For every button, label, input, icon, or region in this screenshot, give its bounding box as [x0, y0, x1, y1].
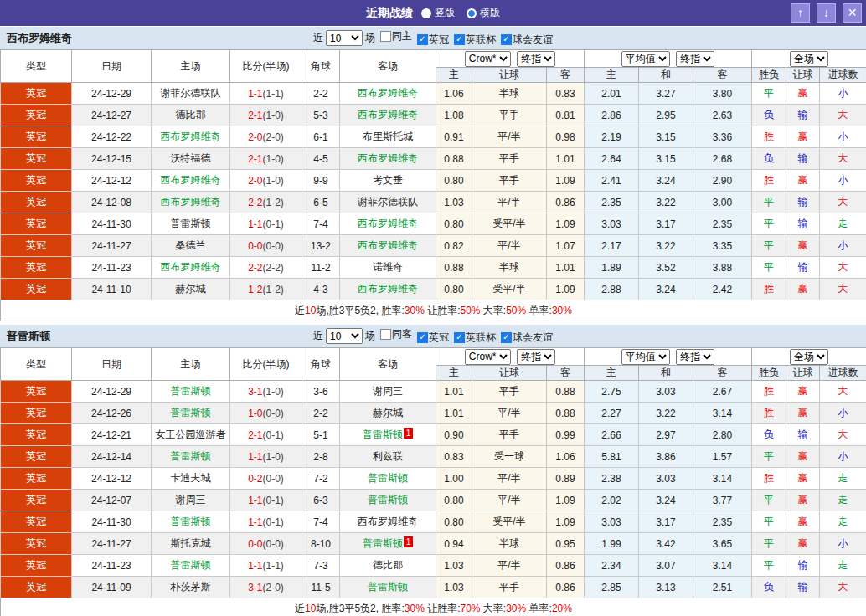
eu-home-odds: 2.64: [585, 148, 639, 170]
match-date: 24-12-29: [72, 381, 152, 403]
filter-checkbox[interactable]: 同主: [380, 29, 412, 44]
corners: 6-3: [302, 490, 340, 511]
col-eu-draw: 和: [639, 68, 693, 83]
avg-odds-select[interactable]: 平均值: [621, 349, 670, 365]
away-team: 普雷斯顿: [340, 577, 436, 598]
result-wdl: 平: [752, 83, 786, 105]
home-team: 普雷斯顿: [152, 381, 230, 403]
match-row: 英冠 24-11-23 普雷斯顿 1-1(1-1) 7-3 德比郡 1.03 平…: [1, 555, 866, 577]
eu-draw-odds: 3.24: [639, 170, 693, 192]
match-date: 24-12-15: [72, 148, 152, 170]
filter-checkbox[interactable]: 英冠: [417, 331, 449, 345]
result-goals: 大: [820, 257, 866, 279]
checkbox-icon[interactable]: [417, 34, 428, 45]
league-badge: 英冠: [1, 148, 72, 170]
score: 0-2(0-0): [230, 468, 302, 490]
eu-draw-odds: 3.22: [639, 403, 693, 424]
filter-checkbox[interactable]: 英联杯: [454, 33, 496, 47]
ah-line: 受一球: [472, 446, 547, 468]
odds-final-select[interactable]: 终指: [517, 51, 555, 67]
eu-home-odds: 2.27: [585, 403, 639, 424]
league-badge: 英冠: [1, 446, 72, 468]
checkbox-icon[interactable]: [380, 31, 391, 42]
checkbox-icon[interactable]: [380, 329, 391, 340]
result-goals: 走: [820, 555, 866, 577]
eu-away-odds: 2.67: [693, 381, 752, 403]
score: 0-0(0-0): [230, 235, 302, 257]
move-down-button[interactable]: ↓: [817, 3, 836, 23]
corners: 4-3: [302, 279, 340, 300]
result-wdl: 平: [752, 192, 786, 213]
avg-final-select[interactable]: 终指: [676, 51, 714, 67]
col-date: 日期: [72, 348, 152, 381]
ah-line: 半球: [472, 533, 547, 555]
league-badge: 英冠: [1, 105, 72, 126]
radio-vertical-layout[interactable]: 竖版: [421, 6, 455, 20]
home-team: 桑德兰: [152, 235, 230, 257]
home-team: 斯托克城: [152, 533, 230, 555]
score: 2-1(1-0): [230, 148, 302, 170]
avg-final-select[interactable]: 终指: [676, 349, 714, 365]
fullmatch-select[interactable]: 全场: [790, 349, 828, 365]
eu-away-odds: 2.68: [693, 148, 752, 170]
eu-away-odds: 3.14: [693, 403, 752, 424]
col-eu-away: 客: [693, 68, 752, 83]
filter-checkbox[interactable]: 英冠: [417, 33, 449, 47]
odds-final-select[interactable]: 终指: [517, 349, 555, 365]
score: 2-1(1-0): [230, 105, 302, 126]
checkbox-icon[interactable]: [501, 34, 512, 45]
result-handicap: 赢: [786, 511, 820, 533]
checkbox-icon[interactable]: [454, 34, 465, 45]
radio-icon[interactable]: [467, 8, 477, 18]
result-goals: 大: [820, 577, 866, 598]
away-team: 西布罗姆维奇: [340, 83, 436, 105]
eu-home-odds: 2.02: [585, 490, 639, 511]
match-rows: 英冠 24-12-29 谢菲尔德联队 1-1(1-1) 2-2 西布罗姆维奇 1…: [1, 83, 866, 300]
filter-checkbox[interactable]: 英联杯: [454, 331, 496, 345]
league-badge: 英冠: [1, 511, 72, 533]
filter-checkbox[interactable]: 球会友谊: [501, 331, 553, 345]
checkbox-icon[interactable]: [501, 332, 512, 343]
result-handicap: 赢: [786, 533, 820, 555]
match-row: 英冠 24-11-23 西布罗姆维奇 2-2(2-2) 11-2 诺维奇 0.8…: [1, 257, 866, 279]
odds-company-select[interactable]: Crow*: [465, 349, 511, 365]
odds-company-select[interactable]: Crow*: [465, 51, 511, 67]
league-badge: 英冠: [1, 170, 72, 192]
ah-line: 平手: [472, 381, 547, 403]
score: 1-2(1-2): [230, 279, 302, 300]
score: 2-0(2-0): [230, 126, 302, 148]
ah-away-odds: 0.86: [547, 577, 585, 598]
recent-count-select[interactable]: 10: [326, 328, 363, 344]
col-eu-draw: 和: [639, 366, 693, 381]
close-button[interactable]: ✕: [843, 3, 862, 23]
eu-home-odds: 1.89: [585, 257, 639, 279]
eu-draw-odds: 2.95: [639, 105, 693, 126]
filter-checkbox[interactable]: 球会友谊: [501, 33, 553, 47]
fullmatch-select[interactable]: 全场: [790, 51, 828, 67]
checkbox-icon[interactable]: [454, 332, 465, 343]
col-ah-line: 让球: [472, 68, 547, 83]
result-group: 全场: [752, 348, 866, 366]
score: 1-1(1-1): [230, 83, 302, 105]
filter-checkbox[interactable]: 同客: [380, 327, 412, 341]
ah-home-odds: 0.88: [436, 257, 472, 279]
away-team: 西布罗姆维奇: [340, 235, 436, 257]
corners: 2-8: [302, 446, 340, 468]
checkbox-label: 英冠: [429, 33, 449, 47]
match-row: 英冠 24-12-12 西布罗姆维奇 2-0(1-0) 9-9 考文垂 0.80…: [1, 170, 866, 192]
match-date: 24-11-10: [72, 279, 152, 300]
col-goals-result: 进球数: [820, 68, 866, 83]
avg-odds-select[interactable]: 平均值: [621, 51, 670, 67]
radio-horizontal-layout[interactable]: 横版: [467, 6, 500, 20]
move-up-button[interactable]: ↑: [791, 3, 810, 23]
ah-home-odds: 1.01: [436, 381, 472, 403]
recent-count-select[interactable]: 10: [326, 30, 363, 46]
corners: 2-2: [302, 83, 340, 105]
league-badge: 英冠: [1, 235, 72, 257]
col-home: 主场: [152, 348, 230, 381]
checkbox-icon[interactable]: [417, 332, 428, 343]
ah-line: 平手: [472, 424, 547, 446]
ah-away-odds: 1.06: [547, 446, 585, 468]
radio-icon[interactable]: [421, 8, 431, 18]
home-team: 普雷斯顿: [152, 555, 230, 577]
